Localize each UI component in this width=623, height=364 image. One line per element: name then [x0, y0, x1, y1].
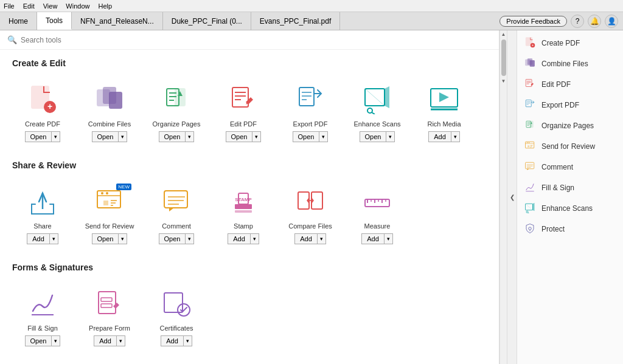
tab-home[interactable]: Home	[0, 12, 37, 30]
right-panel-item-fill-sign[interactable]: Fill & Sign	[517, 177, 623, 198]
comment-icon	[159, 185, 193, 219]
tool-icon-container-export-pdf	[293, 83, 327, 120]
tool-arrow-btn-certificates[interactable]: ▾	[183, 335, 192, 346]
tool-open-btn-export-pdf[interactable]: Open	[293, 131, 319, 142]
svg-rect-11	[232, 88, 248, 107]
tool-icon-container-compare-files	[293, 185, 327, 222]
search-bar: 🔍	[0, 30, 499, 50]
tool-btn-group-fill-sign: Open▾	[25, 335, 61, 346]
tool-btn-group-edit-pdf: Open▾	[226, 131, 262, 142]
tool-open-btn-comment[interactable]: Open	[159, 233, 186, 244]
panel-toggle[interactable]: ❮	[507, 30, 517, 364]
tool-open-btn-measure[interactable]: Add	[361, 233, 384, 244]
scroll-up[interactable]: ▲	[500, 30, 507, 38]
right-panel-item-comment[interactable]: Comment	[517, 157, 623, 177]
tool-btn-group-compare-files: Add▾	[294, 233, 326, 244]
tool-icon-container-edit-pdf	[226, 83, 260, 120]
tool-arrow-btn-export-pdf[interactable]: ▾	[319, 131, 328, 142]
tool-arrow-btn-rich-media[interactable]: ▾	[451, 131, 460, 142]
menu-edit[interactable]: Edit	[23, 2, 35, 10]
tool-arrow-btn-create-pdf[interactable]: ▾	[51, 131, 60, 142]
tool-arrow-btn-comment[interactable]: ▾	[185, 233, 194, 244]
tool-open-btn-rich-media[interactable]: Add	[428, 131, 451, 142]
right-panel-item-organize-pages[interactable]: Organize Pages	[517, 115, 623, 136]
svg-rect-31	[164, 191, 187, 208]
right-panel-icon-protect	[524, 223, 537, 235]
search-icon: 🔍	[7, 35, 17, 44]
right-panel-icon-create-pdf: +	[524, 37, 537, 49]
right-panel-item-edit-pdf[interactable]: Edit PDF	[517, 74, 623, 95]
tool-open-btn-stamp[interactable]: Add	[228, 233, 250, 244]
tool-arrow-btn-combine-files[interactable]: ▾	[118, 131, 127, 142]
tool-open-btn-compare-files[interactable]: Add	[294, 233, 317, 244]
right-panel: +Create PDFCombine FilesEdit PDFExport P…	[517, 30, 623, 364]
tool-open-btn-combine-files[interactable]: Open	[92, 131, 119, 142]
tab-duke[interactable]: Duke_PPC_Final (0...	[163, 12, 251, 30]
tool-arrow-btn-enhance-scans[interactable]: ▾	[386, 131, 395, 142]
tool-arrow-btn-fill-sign[interactable]: ▾	[51, 335, 60, 346]
tool-open-btn-organize-pages[interactable]: Open	[159, 131, 186, 142]
feedback-button[interactable]: Provide Feedback	[499, 16, 567, 27]
menu-file[interactable]: File	[4, 2, 15, 10]
right-panel-icon-enhance-scans	[524, 202, 537, 215]
tool-arrow-btn-organize-pages[interactable]: ▾	[185, 131, 194, 142]
tool-item-rich-media: Rich MediaAdd▾	[414, 77, 475, 146]
tool-arrow-btn-edit-pdf[interactable]: ▾	[252, 131, 261, 142]
tool-name-export-pdf: Export PDF	[293, 120, 328, 128]
tool-arrow-btn-send-review[interactable]: ▾	[118, 233, 127, 244]
tool-arrow-btn-compare-files[interactable]: ▾	[317, 233, 326, 244]
tab-bar-right: Provide Feedback ? 🔔 👤	[499, 12, 623, 30]
tool-open-btn-create-pdf[interactable]: Open	[25, 131, 52, 142]
measure-icon	[360, 185, 394, 219]
section-forms-signatures: Forms & SignaturesFill & SignOpen▾Prepar…	[0, 254, 499, 356]
bell-icon[interactable]: 🔔	[588, 15, 601, 28]
tab-evans[interactable]: Evans_PPC_Final.pdf	[251, 12, 340, 30]
tool-open-btn-enhance-scans[interactable]: Open	[360, 131, 386, 142]
svg-point-76	[529, 142, 530, 143]
tool-item-combine-files: Combine FilesOpen▾	[79, 77, 140, 146]
tool-open-btn-fill-sign[interactable]: Open	[25, 335, 52, 346]
tool-open-btn-edit-pdf[interactable]: Open	[226, 131, 252, 142]
tool-btn-group-send-review: Open▾	[92, 233, 128, 244]
tool-icon-container-send-review: NEW	[92, 185, 127, 222]
svg-text:+: +	[532, 43, 534, 47]
svg-point-29	[101, 192, 103, 194]
tool-name-edit-pdf: Edit PDF	[230, 120, 257, 128]
tool-arrow-btn-stamp[interactable]: ▾	[250, 233, 259, 244]
menu-help[interactable]: Help	[98, 2, 112, 10]
tool-arrow-btn-prepare-form[interactable]: ▾	[116, 335, 125, 346]
right-panel-item-protect[interactable]: Protect	[517, 219, 623, 239]
right-panel-icon-combine-files	[524, 58, 537, 70]
right-panel-item-send-review[interactable]: Send for Review	[517, 136, 623, 157]
search-input[interactable]	[21, 36, 492, 44]
svg-line-83	[526, 204, 533, 210]
tool-item-export-pdf: Export PDFOpen▾	[280, 77, 341, 146]
right-panel-item-enhance-scans[interactable]: Enhance Scans	[517, 198, 623, 219]
tab-nfn[interactable]: NFN_and_ReleaseN...	[72, 12, 163, 30]
user-avatar[interactable]: 👤	[605, 15, 618, 28]
tool-arrow-btn-share[interactable]: ▾	[49, 233, 58, 244]
tool-grid-share-review: ShareAdd▾NEWSend for ReviewOpen▾CommentO…	[12, 179, 487, 248]
tool-open-btn-certificates[interactable]: Add	[161, 335, 183, 346]
scroll-thumb[interactable]	[501, 39, 506, 76]
scroll-down[interactable]: ▼	[500, 77, 507, 85]
tab-bar: Home Tools NFN_and_ReleaseN... Duke_PPC_…	[0, 12, 623, 30]
tool-open-btn-share[interactable]: Add	[27, 233, 49, 244]
tool-open-btn-prepare-form[interactable]: Add	[94, 335, 116, 346]
svg-point-75	[527, 142, 528, 143]
tab-tools[interactable]: Tools	[37, 12, 72, 30]
tool-icon-container-prepare-form	[92, 287, 127, 325]
right-panel-item-export-pdf[interactable]: Export PDF	[517, 95, 623, 115]
tool-open-btn-send-review[interactable]: Open	[92, 233, 119, 244]
right-panel-item-combine-files[interactable]: Combine Files	[517, 53, 623, 74]
menu-view[interactable]: View	[43, 2, 58, 10]
tool-btn-group-share: Add▾	[27, 233, 58, 244]
svg-rect-15	[299, 88, 314, 106]
prepare-form-icon	[92, 287, 127, 321]
menu-window[interactable]: Window	[66, 2, 89, 10]
tool-arrow-btn-measure[interactable]: ▾	[384, 233, 393, 244]
tool-icon-container-stamp: STAMP	[226, 185, 260, 222]
help-icon[interactable]: ?	[571, 15, 584, 28]
tool-item-certificates: CertificatesAdd▾	[146, 281, 207, 350]
right-panel-item-create-pdf[interactable]: +Create PDF	[517, 33, 623, 53]
